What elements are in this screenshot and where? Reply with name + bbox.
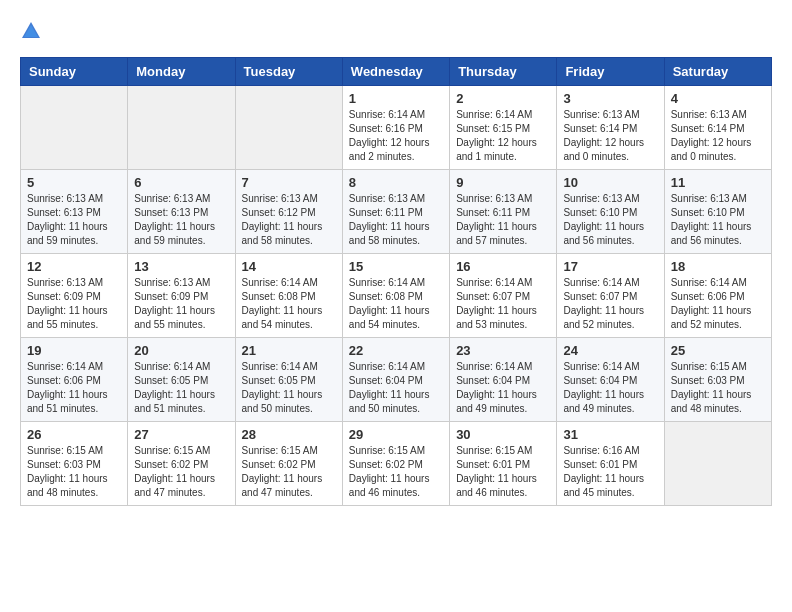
day-info: Sunrise: 6:13 AM Sunset: 6:14 PM Dayligh… (563, 108, 657, 164)
calendar-cell (128, 86, 235, 170)
day-info: Sunrise: 6:13 AM Sunset: 6:11 PM Dayligh… (456, 192, 550, 248)
column-header-friday: Friday (557, 58, 664, 86)
page-header (20, 20, 772, 42)
calendar-cell: 19Sunrise: 6:14 AM Sunset: 6:06 PM Dayli… (21, 338, 128, 422)
day-info: Sunrise: 6:15 AM Sunset: 6:03 PM Dayligh… (27, 444, 121, 500)
day-number: 15 (349, 259, 443, 274)
day-number: 13 (134, 259, 228, 274)
calendar-cell: 7Sunrise: 6:13 AM Sunset: 6:12 PM Daylig… (235, 170, 342, 254)
day-number: 24 (563, 343, 657, 358)
day-info: Sunrise: 6:13 AM Sunset: 6:09 PM Dayligh… (27, 276, 121, 332)
calendar-cell: 16Sunrise: 6:14 AM Sunset: 6:07 PM Dayli… (450, 254, 557, 338)
calendar-table: SundayMondayTuesdayWednesdayThursdayFrid… (20, 57, 772, 506)
calendar-cell: 25Sunrise: 6:15 AM Sunset: 6:03 PM Dayli… (664, 338, 771, 422)
day-number: 27 (134, 427, 228, 442)
calendar-cell: 31Sunrise: 6:16 AM Sunset: 6:01 PM Dayli… (557, 422, 664, 506)
day-info: Sunrise: 6:13 AM Sunset: 6:13 PM Dayligh… (27, 192, 121, 248)
calendar-cell: 14Sunrise: 6:14 AM Sunset: 6:08 PM Dayli… (235, 254, 342, 338)
calendar-cell: 15Sunrise: 6:14 AM Sunset: 6:08 PM Dayli… (342, 254, 449, 338)
day-info: Sunrise: 6:13 AM Sunset: 6:10 PM Dayligh… (563, 192, 657, 248)
day-info: Sunrise: 6:14 AM Sunset: 6:07 PM Dayligh… (563, 276, 657, 332)
calendar-cell: 28Sunrise: 6:15 AM Sunset: 6:02 PM Dayli… (235, 422, 342, 506)
day-info: Sunrise: 6:14 AM Sunset: 6:05 PM Dayligh… (134, 360, 228, 416)
day-info: Sunrise: 6:13 AM Sunset: 6:10 PM Dayligh… (671, 192, 765, 248)
day-info: Sunrise: 6:15 AM Sunset: 6:02 PM Dayligh… (134, 444, 228, 500)
column-header-tuesday: Tuesday (235, 58, 342, 86)
calendar-cell: 5Sunrise: 6:13 AM Sunset: 6:13 PM Daylig… (21, 170, 128, 254)
day-info: Sunrise: 6:14 AM Sunset: 6:16 PM Dayligh… (349, 108, 443, 164)
calendar-cell: 10Sunrise: 6:13 AM Sunset: 6:10 PM Dayli… (557, 170, 664, 254)
logo-icon (20, 20, 42, 42)
day-info: Sunrise: 6:14 AM Sunset: 6:04 PM Dayligh… (456, 360, 550, 416)
calendar-cell: 4Sunrise: 6:13 AM Sunset: 6:14 PM Daylig… (664, 86, 771, 170)
day-number: 25 (671, 343, 765, 358)
calendar-cell: 27Sunrise: 6:15 AM Sunset: 6:02 PM Dayli… (128, 422, 235, 506)
day-info: Sunrise: 6:13 AM Sunset: 6:13 PM Dayligh… (134, 192, 228, 248)
day-number: 8 (349, 175, 443, 190)
column-header-thursday: Thursday (450, 58, 557, 86)
day-info: Sunrise: 6:15 AM Sunset: 6:03 PM Dayligh… (671, 360, 765, 416)
day-number: 26 (27, 427, 121, 442)
day-info: Sunrise: 6:14 AM Sunset: 6:06 PM Dayligh… (671, 276, 765, 332)
calendar-cell: 21Sunrise: 6:14 AM Sunset: 6:05 PM Dayli… (235, 338, 342, 422)
day-info: Sunrise: 6:16 AM Sunset: 6:01 PM Dayligh… (563, 444, 657, 500)
calendar-cell (21, 86, 128, 170)
day-info: Sunrise: 6:14 AM Sunset: 6:05 PM Dayligh… (242, 360, 336, 416)
calendar-cell: 23Sunrise: 6:14 AM Sunset: 6:04 PM Dayli… (450, 338, 557, 422)
day-info: Sunrise: 6:14 AM Sunset: 6:04 PM Dayligh… (349, 360, 443, 416)
day-number: 21 (242, 343, 336, 358)
calendar-cell: 11Sunrise: 6:13 AM Sunset: 6:10 PM Dayli… (664, 170, 771, 254)
calendar-cell: 9Sunrise: 6:13 AM Sunset: 6:11 PM Daylig… (450, 170, 557, 254)
day-info: Sunrise: 6:14 AM Sunset: 6:08 PM Dayligh… (349, 276, 443, 332)
day-info: Sunrise: 6:14 AM Sunset: 6:06 PM Dayligh… (27, 360, 121, 416)
calendar-cell: 3Sunrise: 6:13 AM Sunset: 6:14 PM Daylig… (557, 86, 664, 170)
day-number: 11 (671, 175, 765, 190)
calendar-cell: 13Sunrise: 6:13 AM Sunset: 6:09 PM Dayli… (128, 254, 235, 338)
day-number: 14 (242, 259, 336, 274)
day-number: 10 (563, 175, 657, 190)
day-number: 20 (134, 343, 228, 358)
day-info: Sunrise: 6:13 AM Sunset: 6:12 PM Dayligh… (242, 192, 336, 248)
calendar-cell: 12Sunrise: 6:13 AM Sunset: 6:09 PM Dayli… (21, 254, 128, 338)
calendar-cell (235, 86, 342, 170)
column-header-wednesday: Wednesday (342, 58, 449, 86)
calendar-week-row: 26Sunrise: 6:15 AM Sunset: 6:03 PM Dayli… (21, 422, 772, 506)
calendar-cell (664, 422, 771, 506)
day-info: Sunrise: 6:14 AM Sunset: 6:08 PM Dayligh… (242, 276, 336, 332)
day-info: Sunrise: 6:13 AM Sunset: 6:09 PM Dayligh… (134, 276, 228, 332)
calendar-week-row: 5Sunrise: 6:13 AM Sunset: 6:13 PM Daylig… (21, 170, 772, 254)
day-info: Sunrise: 6:14 AM Sunset: 6:15 PM Dayligh… (456, 108, 550, 164)
calendar-cell: 30Sunrise: 6:15 AM Sunset: 6:01 PM Dayli… (450, 422, 557, 506)
day-info: Sunrise: 6:14 AM Sunset: 6:07 PM Dayligh… (456, 276, 550, 332)
day-number: 3 (563, 91, 657, 106)
column-header-saturday: Saturday (664, 58, 771, 86)
calendar-week-row: 19Sunrise: 6:14 AM Sunset: 6:06 PM Dayli… (21, 338, 772, 422)
day-info: Sunrise: 6:13 AM Sunset: 6:11 PM Dayligh… (349, 192, 443, 248)
day-info: Sunrise: 6:15 AM Sunset: 6:02 PM Dayligh… (349, 444, 443, 500)
calendar-cell: 26Sunrise: 6:15 AM Sunset: 6:03 PM Dayli… (21, 422, 128, 506)
day-number: 9 (456, 175, 550, 190)
day-number: 7 (242, 175, 336, 190)
calendar-header-row: SundayMondayTuesdayWednesdayThursdayFrid… (21, 58, 772, 86)
calendar-week-row: 1Sunrise: 6:14 AM Sunset: 6:16 PM Daylig… (21, 86, 772, 170)
day-number: 5 (27, 175, 121, 190)
day-number: 29 (349, 427, 443, 442)
day-number: 28 (242, 427, 336, 442)
day-info: Sunrise: 6:15 AM Sunset: 6:02 PM Dayligh… (242, 444, 336, 500)
day-number: 31 (563, 427, 657, 442)
day-number: 6 (134, 175, 228, 190)
calendar-cell: 6Sunrise: 6:13 AM Sunset: 6:13 PM Daylig… (128, 170, 235, 254)
logo (20, 20, 46, 42)
calendar-cell: 18Sunrise: 6:14 AM Sunset: 6:06 PM Dayli… (664, 254, 771, 338)
day-number: 4 (671, 91, 765, 106)
column-header-sunday: Sunday (21, 58, 128, 86)
day-number: 16 (456, 259, 550, 274)
calendar-cell: 2Sunrise: 6:14 AM Sunset: 6:15 PM Daylig… (450, 86, 557, 170)
day-number: 17 (563, 259, 657, 274)
calendar-week-row: 12Sunrise: 6:13 AM Sunset: 6:09 PM Dayli… (21, 254, 772, 338)
day-number: 18 (671, 259, 765, 274)
day-number: 12 (27, 259, 121, 274)
calendar-cell: 1Sunrise: 6:14 AM Sunset: 6:16 PM Daylig… (342, 86, 449, 170)
day-info: Sunrise: 6:14 AM Sunset: 6:04 PM Dayligh… (563, 360, 657, 416)
calendar-cell: 22Sunrise: 6:14 AM Sunset: 6:04 PM Dayli… (342, 338, 449, 422)
